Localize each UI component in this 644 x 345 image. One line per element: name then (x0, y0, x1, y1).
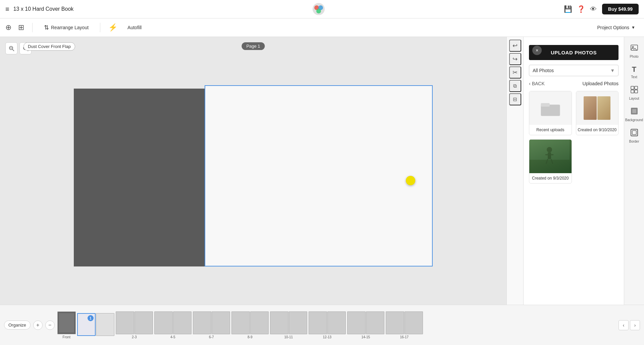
panel-close-button[interactable]: × (532, 46, 542, 55)
page-1-badge: 1 (88, 315, 94, 321)
far-right-layout[interactable]: Layout (626, 83, 643, 103)
thumb-page-6-7-row (193, 311, 230, 334)
thumb-page-9 (250, 311, 269, 334)
border-label: Border (629, 140, 639, 143)
page-right[interactable] (205, 85, 433, 266)
thumb-page-6-7[interactable]: 6-7 (193, 311, 230, 339)
thumb-page-5 (173, 311, 192, 334)
svg-rect-21 (631, 45, 638, 50)
far-right-panel: Photo T Text Layout Background Border (624, 37, 644, 305)
thumb-page-4-5-row (154, 311, 192, 334)
page-label: Page 1 (241, 42, 265, 50)
thumb-page-16-17[interactable]: 16-17 (386, 311, 423, 339)
page-left[interactable] (74, 89, 205, 266)
menu-icon[interactable]: ≡ (5, 5, 9, 13)
album-sept10[interactable]: Created on 9/10/2020 (576, 91, 619, 135)
undo-button[interactable]: ↩ (509, 40, 521, 52)
add-page-icon[interactable]: ⊕ (5, 23, 11, 32)
thumb-page-2 (116, 311, 134, 334)
add-page-button[interactable]: + (33, 321, 43, 330)
far-right-photo[interactable]: Photo (626, 41, 643, 61)
close-icon: × (536, 48, 538, 53)
background-label: Background (625, 118, 643, 122)
thumb-page-1-right (96, 313, 114, 336)
thumb-page-10-11[interactable]: 10-11 (270, 311, 307, 339)
svg-rect-17 (548, 152, 551, 159)
svg-point-16 (547, 147, 552, 152)
thumb-page-6 (193, 311, 211, 334)
help-icon[interactable]: ❓ (577, 5, 585, 13)
thumb-page-1[interactable]: 1 (77, 313, 114, 337)
thumb-page-7 (212, 311, 230, 334)
scissors-button[interactable]: ✂ (509, 66, 521, 79)
thumb-page-12-13[interactable]: 12-13 (309, 311, 346, 339)
thumb-page-8 (231, 311, 250, 334)
far-right-background[interactable]: Background (626, 104, 643, 125)
far-right-text[interactable]: T Text (626, 62, 643, 82)
thumb-page-8-9[interactable]: 8-9 (231, 311, 269, 339)
prev-page-button[interactable]: ‹ (619, 320, 629, 330)
svg-rect-25 (631, 90, 634, 93)
thumb-page-1-left: 1 (77, 313, 96, 336)
layout-icon (630, 86, 638, 95)
svg-line-5 (12, 49, 14, 51)
thumb-page-1-row: 1 (77, 313, 114, 336)
project-options-button[interactable]: Project Options ▼ (594, 23, 639, 32)
thumb-page-16 (386, 311, 404, 334)
photo-icon (630, 44, 638, 53)
copy-button[interactable]: ⧉ (509, 80, 521, 92)
album-sept3-label: Created on 9/3/2020 (529, 173, 572, 183)
thumb-page-8-9-label: 8-9 (248, 335, 252, 339)
canvas-container[interactable]: Dust Cover Front Flap Page 1 (0, 37, 506, 305)
thumb-front[interactable]: Front (57, 311, 76, 339)
organize-button[interactable]: Organize (4, 321, 31, 330)
layout-label: Layout (629, 97, 639, 100)
vertical-toolbar: ↩ ↪ ✂ ⧉ ⊟ (506, 37, 523, 305)
thumb-page-8-9-row (231, 311, 269, 334)
upload-photos-button[interactable]: UPLOAD PHOTOS (529, 45, 619, 60)
next-page-button[interactable]: › (630, 320, 640, 330)
border-icon (630, 129, 638, 138)
top-bar-center (312, 2, 325, 16)
back-button[interactable]: ‹ BACK (529, 81, 545, 86)
buy-button[interactable]: Buy $49.99 (602, 4, 639, 14)
thumb-page-12 (309, 311, 327, 334)
remove-page-button[interactable]: − (45, 321, 55, 330)
zoom-out-button[interactable] (5, 42, 17, 54)
cursor-dot (406, 176, 415, 185)
far-right-border[interactable]: Border (626, 126, 643, 146)
svg-rect-23 (631, 86, 634, 89)
svg-point-22 (632, 46, 634, 48)
filter-label: All Photos (533, 68, 554, 73)
photos-filter-row[interactable]: All Photos ▼ (529, 65, 619, 76)
uploaded-photos-label: Uploaded Photos (583, 81, 619, 86)
layout-icon[interactable]: ⊞ (18, 23, 24, 32)
thumb-page-14-15[interactable]: 14-15 (347, 311, 384, 339)
thumb-page-14-15-label: 14-15 (361, 335, 370, 339)
svg-rect-14 (529, 160, 570, 173)
thumbnail-strip: Front 1 2-3 4-5 (57, 311, 423, 339)
thumb-page-14-15-row (347, 311, 384, 334)
back-nav: ‹ BACK Uploaded Photos (529, 81, 619, 86)
redo-button[interactable]: ↪ (509, 53, 521, 65)
thumb-page-3 (135, 311, 153, 334)
autofill-icon[interactable]: ⚡ (108, 23, 117, 32)
view-icon[interactable]: 👁 (590, 5, 597, 13)
project-title: 13 x 10 Hard Cover Book (13, 6, 74, 12)
save-icon[interactable]: 💾 (564, 5, 572, 13)
thumb-page-12-13-label: 12-13 (323, 335, 331, 339)
toolbar-row: ⊕ ⊞ ⇅ Rearrange Layout ⚡ Autofill Projec… (0, 18, 644, 37)
svg-rect-13 (529, 140, 570, 173)
thumb-page-15 (366, 311, 384, 334)
thumb-page-13 (327, 311, 346, 334)
autofill-button[interactable]: Autofill (124, 23, 145, 32)
top-right-icons: 💾 ❓ 👁 (564, 5, 597, 13)
album-recent-uploads[interactable]: Recent uploads (529, 91, 572, 135)
album-sept3[interactable]: Created on 9/3/2020 (529, 139, 572, 184)
paste-button[interactable]: ⊟ (509, 93, 521, 105)
thumb-page-10 (270, 311, 288, 334)
rearrange-layout-button[interactable]: ⇅ Rearrange Layout (41, 22, 92, 33)
thumb-page-4-5[interactable]: 4-5 (154, 311, 192, 339)
thumb-page-2-3[interactable]: 2-3 (116, 311, 153, 339)
thumb-page-10-11-row (270, 311, 307, 334)
